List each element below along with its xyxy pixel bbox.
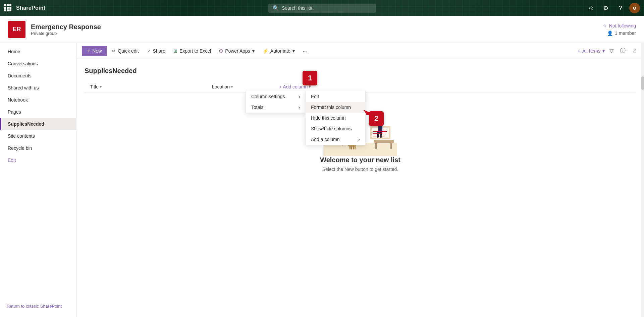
menu-item-format-column[interactable]: Format this column 2 bbox=[306, 102, 365, 113]
power-apps-icon: ⬡ bbox=[219, 48, 223, 54]
sidebar-item-notebook[interactable]: Notebook bbox=[0, 94, 76, 106]
add-column-label: Add a column bbox=[311, 137, 340, 142]
power-apps-button[interactable]: ⬡ Power Apps ▾ bbox=[216, 46, 258, 56]
col-title[interactable]: Title ▾ bbox=[85, 84, 212, 89]
waffle-menu-icon[interactable] bbox=[4, 4, 12, 12]
main-layout: Home Conversations Documents Shared with… bbox=[0, 43, 644, 317]
share-icon-btn[interactable]: ⎋ bbox=[585, 2, 597, 14]
svg-rect-9 bbox=[377, 131, 379, 138]
svg-rect-4 bbox=[374, 140, 394, 143]
command-bar-right: ≡ All Items ▾ ▽ ⓘ ⤢ bbox=[578, 46, 639, 56]
menu-item-showhide-columns[interactable]: Show/hide columns bbox=[306, 123, 365, 134]
col-location[interactable]: Location ▾ 1 Column settings › bbox=[212, 84, 279, 89]
sidebar-item-home[interactable]: Home bbox=[0, 46, 76, 58]
member-count: 1 member bbox=[615, 30, 636, 36]
table-header: Title ▾ Location ▾ 1 Column settings bbox=[85, 81, 636, 92]
view-selector[interactable]: ≡ All Items ▾ bbox=[578, 48, 605, 54]
sidebar-bottom: Return to classic SharePoint bbox=[0, 298, 76, 314]
col-title-sort-icon: ▾ bbox=[100, 85, 102, 89]
share-button[interactable]: ↗ Share bbox=[144, 46, 169, 56]
export-label: Export to Excel bbox=[179, 48, 211, 54]
scrollbar-thumb[interactable] bbox=[641, 76, 644, 90]
list-title: SuppliesNeeded bbox=[85, 67, 636, 75]
filter-icon[interactable]: ▽ bbox=[607, 46, 615, 55]
not-following-button[interactable]: ☆ Not following bbox=[603, 23, 636, 28]
hide-column-label: Hide this column bbox=[311, 115, 346, 121]
view-label: All Items bbox=[582, 48, 600, 54]
automate-icon: ⚡ bbox=[263, 48, 268, 54]
search-icon: 🔍 bbox=[272, 5, 279, 11]
site-header: ER Emergency Response Private group ☆ No… bbox=[0, 16, 644, 43]
excel-icon: ⊞ bbox=[173, 48, 177, 54]
automate-button[interactable]: ⚡ Automate ▾ bbox=[259, 46, 298, 56]
svg-rect-20 bbox=[355, 146, 356, 149]
user-avatar[interactable]: U bbox=[629, 3, 640, 13]
pencil-icon: ✏ bbox=[112, 48, 116, 54]
chevron-view-icon: ▾ bbox=[602, 48, 605, 54]
totals-label: Totals bbox=[251, 105, 264, 110]
sidebar-item-edit[interactable]: Edit bbox=[0, 154, 76, 166]
menu-item-totals[interactable]: Totals › bbox=[246, 102, 306, 113]
quick-edit-button[interactable]: ✏ Quick edit bbox=[108, 46, 142, 56]
list-icon: ≡ bbox=[578, 48, 580, 54]
power-apps-label: Power Apps bbox=[225, 48, 250, 54]
not-following-label: Not following bbox=[609, 23, 636, 28]
site-title-block: Emergency Response Private group bbox=[31, 23, 101, 36]
svg-rect-5 bbox=[375, 143, 377, 149]
chevron-right-icon2: › bbox=[299, 105, 300, 110]
edit-label: Edit bbox=[311, 94, 319, 99]
menu-item-hide-column[interactable]: Hide this column bbox=[306, 113, 365, 123]
annotation-arrow bbox=[361, 105, 378, 115]
sidebar-item-documents[interactable]: Documents bbox=[0, 70, 76, 82]
more-button[interactable]: ··· bbox=[300, 46, 310, 56]
svg-rect-17 bbox=[350, 146, 351, 149]
new-button[interactable]: + New bbox=[82, 46, 107, 56]
new-label: New bbox=[92, 48, 102, 54]
share-icon: ↗ bbox=[147, 48, 151, 54]
app-logo[interactable]: SharePoint bbox=[16, 5, 45, 11]
menu-item-add-column[interactable]: Add a column › bbox=[306, 134, 365, 145]
svg-rect-6 bbox=[390, 143, 392, 149]
welcome-title: Welcome to your new list bbox=[320, 156, 400, 164]
top-nav-right: ⎋ ⚙ ? U bbox=[585, 2, 640, 14]
person-icon: 👤 bbox=[607, 30, 613, 36]
sidebar-item-conversations[interactable]: Conversations bbox=[0, 58, 76, 70]
chevron-right-icon: › bbox=[299, 94, 300, 99]
sidebar-item-shared[interactable]: Shared with us bbox=[0, 82, 76, 94]
col-location-label: Location bbox=[212, 84, 230, 89]
chevron-down-icon2: ▾ bbox=[292, 48, 295, 54]
scrollbar-track[interactable] bbox=[641, 43, 644, 317]
svg-rect-18 bbox=[351, 146, 352, 149]
menu-item-edit[interactable]: Edit bbox=[306, 91, 365, 102]
export-button[interactable]: ⊞ Export to Excel bbox=[170, 46, 214, 56]
info-icon[interactable]: ⓘ bbox=[618, 46, 628, 56]
share-label: Share bbox=[153, 48, 165, 54]
site-logo: ER bbox=[8, 21, 25, 38]
sidebar-item-suppliesneeded[interactable]: SuppliesNeeded bbox=[0, 118, 76, 130]
settings-icon-btn[interactable]: ⚙ bbox=[600, 2, 612, 14]
site-header-right: ☆ Not following 👤 1 member bbox=[603, 23, 636, 36]
chevron-down-icon: ▾ bbox=[252, 48, 255, 54]
list-area: SuppliesNeeded Title ▾ Location ▾ 1 bbox=[76, 59, 644, 172]
site-subtitle: Private group bbox=[31, 31, 101, 36]
annotation-badge-1: 1 bbox=[303, 71, 317, 85]
top-navigation: SharePoint 🔍 Search this list ⎋ ⚙ ? U bbox=[0, 0, 644, 16]
help-icon-btn[interactable]: ? bbox=[614, 2, 627, 14]
content-area: + New ✏ Quick edit ↗ Share ⊞ Export to E… bbox=[76, 43, 644, 317]
member-info: 👤 1 member bbox=[607, 30, 636, 36]
welcome-subtitle: Select the New button to get started. bbox=[322, 167, 398, 172]
automate-label: Automate bbox=[270, 48, 290, 54]
more-icon: ··· bbox=[303, 48, 307, 54]
expand-icon[interactable]: ⤢ bbox=[630, 46, 639, 55]
context-menu-left: Column settings › Totals › bbox=[246, 91, 306, 113]
return-classic-link[interactable]: Return to classic SharePoint bbox=[7, 304, 62, 309]
sidebar-item-pages[interactable]: Pages bbox=[0, 106, 76, 118]
command-bar: + New ✏ Quick edit ↗ Share ⊞ Export to E… bbox=[76, 43, 644, 59]
sidebar-item-site-contents[interactable]: Site contents bbox=[0, 130, 76, 142]
sidebar: Home Conversations Documents Shared with… bbox=[0, 43, 76, 317]
chevron-right-icon3: › bbox=[358, 137, 360, 142]
search-bar[interactable]: 🔍 Search this list bbox=[268, 4, 376, 13]
sidebar-item-recycle-bin[interactable]: Recycle bin bbox=[0, 142, 76, 154]
format-column-label: Format this column bbox=[311, 105, 351, 110]
menu-item-column-settings[interactable]: Column settings › bbox=[246, 91, 306, 102]
